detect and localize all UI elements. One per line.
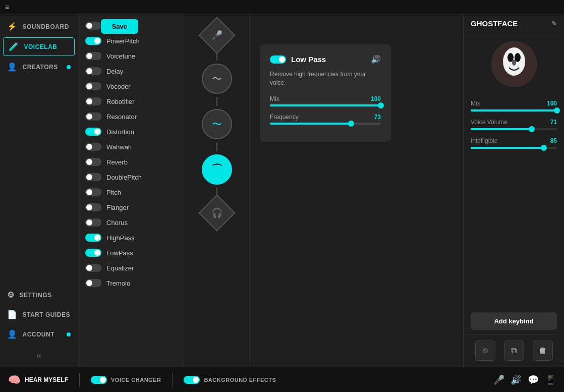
right-mix-thumb[interactable] [554,107,560,114]
toggle-resonator[interactable] [85,113,101,121]
chat-bottom-icon[interactable]: 💬 [528,374,539,385]
save-button[interactable]: Save [101,19,138,34]
effect-item-delay[interactable]: Delay [78,64,184,79]
effect-item-resonator[interactable]: Resonator [78,109,184,124]
chain-node-filter[interactable]: ⌒ [202,154,232,185]
toggle-vocoder[interactable] [85,82,101,90]
voice-changer-toggle[interactable] [91,376,107,384]
popup-area: Low Pass 🔊 Remove high frequencies from … [250,14,463,367]
chain-node-mic[interactable]: 🎤 [198,17,236,54]
toggle-equalizer[interactable] [85,264,101,272]
mobile-bottom-icon[interactable]: 📱 [545,374,556,385]
sidebar-item-label: SOUNDBOARD [23,23,69,30]
toggle-chorus[interactable] [85,218,101,227]
effect-item-distortion[interactable]: Distortion [78,124,184,139]
sidebar-item-creators[interactable]: 👤 CREATORS [0,57,78,77]
effect-item-lowpass[interactable]: LowPass [78,245,184,260]
share-button[interactable]: ⎋ [475,341,495,361]
effect-item-doublepitch[interactable]: DoublePitch [78,170,184,185]
effect-item-tremolo[interactable]: Tremolo [78,275,184,291]
effects-panel: PersonaPowerPitchVoicetuneDelayVocoderRo… [78,14,184,367]
toggle-highpass[interactable] [85,234,101,242]
voicelab-icon: 🧪 [9,42,19,51]
creators-dot [67,65,71,69]
toggle-tremolo[interactable] [85,279,101,287]
toggle-flanger[interactable] [85,203,101,211]
right-intel-label-row: Intelligible 85 [471,137,557,144]
effect-item-robotifier[interactable]: Robotifier [78,94,184,109]
bg-effects-group: BACKGROUND EFFECTS [184,376,276,384]
wave2-icon: 〜 [212,118,222,131]
freq-label-row: Frequency 73 [270,114,381,121]
right-voice-volume-row: Voice Volume 71 [471,119,557,130]
toggle-lowpass[interactable] [85,249,101,257]
sidebar-item-settings[interactable]: ⚙ SETTINGS [0,285,78,305]
right-intel-thumb[interactable] [541,145,547,151]
effect-item-wahwah[interactable]: Wahwah [78,139,184,154]
right-mix-row: Mix 100 [471,100,557,111]
effect-name-equalizer: Equalizer [106,264,134,272]
effect-item-pitch[interactable]: Pitch [78,185,184,200]
lowpass-toggle[interactable] [270,55,286,64]
copy-icon: ⧉ [511,346,517,355]
right-intelligible-row: Intelligible 85 [471,137,557,149]
right-volume-thumb[interactable] [529,126,535,132]
toggle-powerpitch[interactable] [85,37,101,45]
popup-header: Low Pass 🔊 [270,54,381,64]
toggle-distortion[interactable] [85,128,101,136]
sidebar-collapse-btn[interactable]: « [0,344,78,367]
wave1-icon: 〜 [212,72,222,86]
bg-effects-toggle[interactable] [184,376,200,384]
right-mix-fill [471,109,557,111]
mix-track[interactable] [270,104,381,106]
profile-header: GHOSTFACE ✎ [464,14,564,33]
speaker-bottom-icon[interactable]: 🔊 [511,374,522,385]
right-panel: GHOSTFACE ✎ [463,14,564,367]
toggle-reverb[interactable] [85,158,101,166]
settings-icon: ⚙ [7,290,15,300]
toggle-voicetune[interactable] [85,52,101,60]
toggle-doublepitch[interactable] [85,173,101,181]
right-sliders: Mix 100 Voice Volume 71 [464,95,564,308]
effect-name-distortion: Distortion [106,128,134,136]
chain-node-wave1[interactable]: 〜 [202,64,232,94]
effect-name-doublepitch: DoublePitch [106,174,142,181]
toggle-wahwah[interactable] [85,143,101,151]
delete-button[interactable]: 🗑 [533,341,553,361]
chain-node-headphones[interactable]: 🎧 [198,194,236,232]
effect-item-voicetune[interactable]: Voicetune [78,48,184,64]
right-volume-track[interactable] [471,128,557,130]
effect-item-vocoder[interactable]: Vocoder [78,79,184,94]
speaker-icon[interactable]: 🔊 [371,54,381,64]
mic-bottom-icon[interactable]: 🎤 [493,374,504,385]
mix-slider-row: Mix 100 [270,95,381,106]
right-mix-value: 100 [547,100,557,107]
effect-item-reverb[interactable]: Reverb [78,154,184,170]
right-intel-track[interactable] [471,147,557,149]
copy-button[interactable]: ⧉ [504,341,524,361]
effect-item-powerpitch[interactable]: PowerPitch [78,33,184,48]
sidebar-item-start-guides[interactable]: 📄 START GUIDES [0,305,78,324]
effect-item-highpass[interactable]: HighPass [78,230,184,245]
frequency-thumb[interactable] [348,121,354,127]
chain-node-wave2[interactable]: 〜 [202,109,232,139]
sidebar-item-voicelab[interactable]: 🧪 VOICELAB [3,37,75,56]
effect-item-equalizer[interactable]: Equalizer [78,260,184,275]
menu-icon[interactable]: ≡ [5,3,9,11]
sidebar-item-account[interactable]: 👤 ACCOUNT [0,324,78,344]
toggle-pitch[interactable] [85,188,101,196]
effect-item-chorus[interactable]: Chorus [78,215,184,230]
add-keybind-button[interactable]: Add keybind [471,312,557,330]
sidebar-item-label: SETTINGS [20,292,52,299]
frequency-track[interactable] [270,123,381,125]
filter-icon: ⌒ [211,162,222,177]
mix-thumb[interactable] [378,102,384,108]
toggle-delay[interactable] [85,67,101,75]
edit-icon[interactable]: ✎ [551,20,557,27]
right-volume-value: 71 [550,119,557,126]
effect-item-flanger[interactable]: Flanger [78,200,184,215]
sidebar-item-soundboard[interactable]: ⚡ SOUNDBOARD [0,17,78,36]
toggle-persona[interactable] [85,22,101,30]
right-mix-track[interactable] [471,109,557,111]
toggle-robotifier[interactable] [85,97,101,105]
